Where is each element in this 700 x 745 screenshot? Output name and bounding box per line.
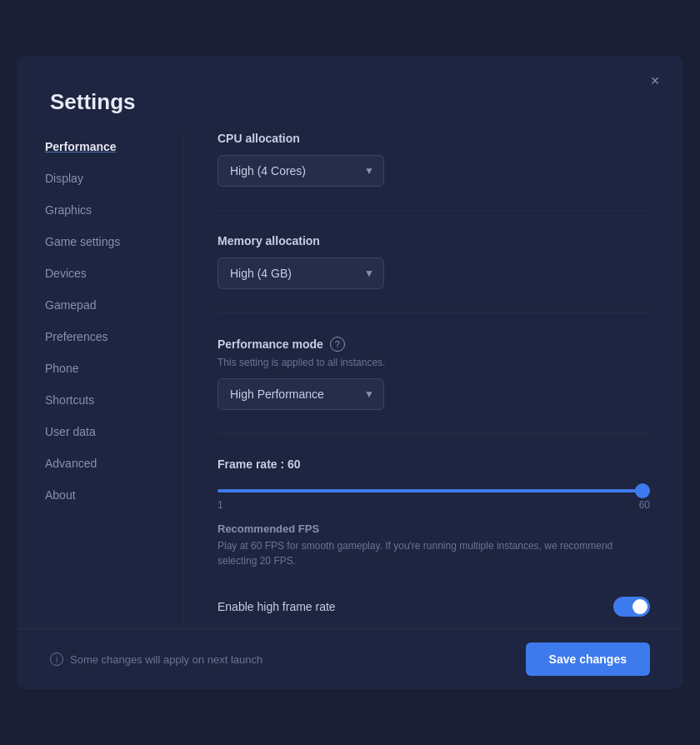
performance-mode-label-row: Performance mode ? (218, 337, 650, 352)
footer-info-icon: i (50, 652, 63, 666)
memory-allocation-label: Memory allocation (218, 234, 650, 248)
frame-rate-section: Frame rate : 60 1 60 Recommended FPS Pla… (218, 458, 650, 628)
recommended-fps-title: Recommended FPS (218, 522, 650, 535)
footer-note: i Some changes will apply on next launch (50, 652, 262, 666)
toggle-high-frame-rate[interactable] (613, 597, 650, 617)
performance-mode-hint: This setting is applied to all instances… (218, 357, 650, 368)
sidebar-item-advanced[interactable]: Advanced (33, 448, 167, 478)
toggle-row-high-frame-rate: Enable high frame rate (218, 585, 650, 628)
sidebar: Performance Display Graphics Game settin… (17, 132, 183, 628)
recommended-fps-block: Recommended FPS Play at 60 FPS for smoot… (218, 522, 650, 568)
sidebar-item-performance[interactable]: Performance (33, 132, 167, 162)
sidebar-item-about[interactable]: About (33, 480, 167, 510)
sidebar-item-display[interactable]: Display (33, 163, 167, 193)
frame-rate-slider[interactable] (218, 489, 650, 492)
footer-note-text: Some changes will apply on next launch (70, 653, 262, 666)
sidebar-item-game-settings[interactable]: Game settings (33, 227, 167, 257)
sidebar-item-devices[interactable]: Devices (33, 258, 167, 288)
sidebar-item-gamepad[interactable]: Gamepad (33, 290, 167, 320)
save-changes-button[interactable]: Save changes (526, 642, 650, 676)
memory-allocation-select-wrapper: Low (1 GB) Medium (2 GB) High (4 GB) Ult… (218, 258, 384, 289)
performance-mode-select[interactable]: Power Saver Balanced High Performance Ul… (218, 378, 384, 410)
modal-overlay: × Settings Performance Display Graphics … (0, 0, 700, 745)
sidebar-item-shortcuts[interactable]: Shortcuts (33, 385, 167, 415)
cpu-allocation-section: CPU allocation Low (1 Core) Medium (2 Co… (218, 132, 650, 211)
close-button[interactable]: × (643, 69, 667, 92)
toggle-label-high-frame-rate: Enable high frame rate (218, 600, 336, 613)
performance-mode-label: Performance mode (218, 338, 323, 351)
memory-allocation-section: Memory allocation Low (1 GB) Medium (2 G… (218, 234, 650, 313)
recommended-fps-text: Play at 60 FPS for smooth gameplay. If y… (218, 538, 650, 568)
sidebar-item-preferences[interactable]: Preferences (33, 322, 167, 352)
modal-footer: i Some changes will apply on next launch… (17, 628, 683, 689)
memory-allocation-select[interactable]: Low (1 GB) Medium (2 GB) High (4 GB) Ult… (218, 258, 384, 289)
slider-min-label: 1 (218, 499, 223, 511)
sidebar-item-user-data[interactable]: User data (33, 417, 167, 447)
performance-mode-help-icon[interactable]: ? (330, 337, 345, 352)
settings-modal: × Settings Performance Display Graphics … (17, 56, 683, 689)
slider-container (218, 481, 650, 496)
cpu-allocation-label: CPU allocation (218, 132, 650, 145)
modal-title: Settings (17, 56, 683, 132)
content-area: CPU allocation Low (1 Core) Medium (2 Co… (183, 132, 683, 628)
cpu-allocation-select-wrapper: Low (1 Core) Medium (2 Cores) High (4 Co… (218, 155, 384, 187)
sidebar-item-graphics[interactable]: Graphics (33, 195, 167, 225)
modal-body: Performance Display Graphics Game settin… (17, 132, 683, 628)
performance-mode-section: Performance mode ? This setting is appli… (218, 337, 650, 434)
slider-max-label: 60 (639, 499, 650, 511)
sidebar-item-phone[interactable]: Phone (33, 353, 167, 383)
cpu-allocation-select[interactable]: Low (1 Core) Medium (2 Cores) High (4 Co… (218, 155, 384, 187)
frame-rate-label: Frame rate : 60 (218, 458, 650, 471)
performance-mode-select-wrapper: Power Saver Balanced High Performance Ul… (218, 378, 384, 410)
slider-range: 1 60 (218, 499, 650, 511)
